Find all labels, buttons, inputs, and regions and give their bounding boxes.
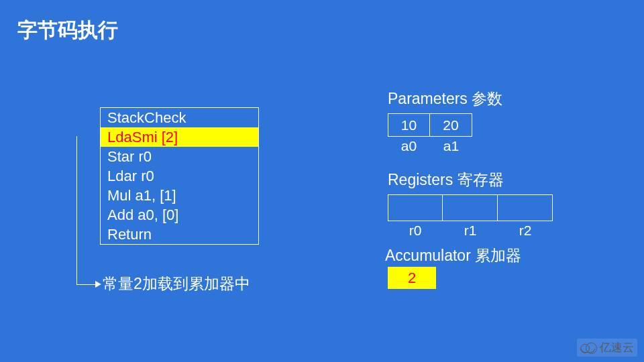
bytecode-row: Ldar r0: [101, 166, 258, 186]
reg-label: r2: [498, 223, 553, 239]
reg-cell: [443, 194, 498, 221]
reg-cell: [498, 194, 553, 221]
accumulator-value: 2: [388, 267, 436, 289]
step-note: 常量2加载到累加器中: [103, 274, 250, 294]
bytecode-row: Return: [101, 225, 258, 244]
parameters-title: Parameters 参数: [388, 88, 502, 109]
bytecode-list: StackCheck LdaSmi [2] Star r0 Ldar r0 Mu…: [100, 107, 259, 245]
registers-title: Registers 寄存器: [388, 170, 553, 190]
page-title: 字节码执行: [17, 17, 118, 44]
reg-label: r0: [388, 223, 443, 239]
accumulator-title: Accumulator 累加器: [385, 245, 521, 266]
param-label: a0: [388, 138, 430, 154]
arrow-right-icon: [95, 281, 101, 288]
bytecode-row: Add a0, [0]: [101, 205, 258, 225]
parameters-section: Parameters 参数 10 20 a0 a1: [388, 88, 502, 154]
flow-arrow: [76, 131, 102, 290]
registers-section: Registers 寄存器 r0 r1 r2: [388, 170, 553, 239]
param-cell: 10: [388, 113, 430, 137]
watermark: 亿速云: [577, 339, 637, 357]
parameters-values: 10 20: [388, 113, 502, 137]
bytecode-row: Star r0: [101, 147, 258, 166]
bytecode-row: Mul a1, [1]: [101, 186, 258, 205]
param-label: a1: [430, 138, 472, 154]
registers-values: [388, 194, 553, 221]
param-cell: 20: [430, 113, 472, 137]
bytecode-row-current: LdaSmi [2]: [101, 127, 258, 147]
bytecode-row: StackCheck: [101, 108, 258, 127]
watermark-text: 亿速云: [600, 340, 634, 355]
cloud-icon: [580, 343, 596, 353]
reg-label: r1: [443, 223, 498, 239]
reg-cell: [388, 194, 443, 221]
